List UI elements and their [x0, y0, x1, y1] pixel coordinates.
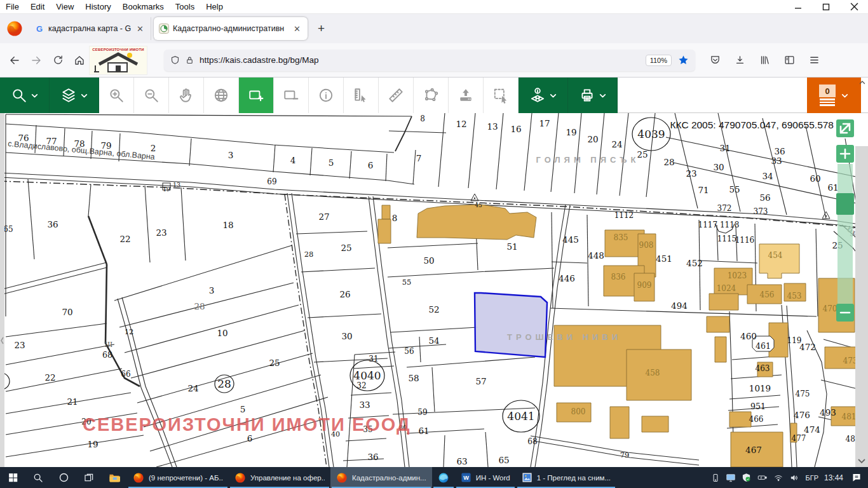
- pocket-icon[interactable]: [704, 50, 726, 71]
- tool-identify-layers[interactable]: [519, 78, 568, 113]
- chevron-down-icon: [599, 92, 607, 100]
- task-view-icon[interactable]: [76, 467, 102, 488]
- parcel-label: 373: [754, 207, 768, 216]
- taskbar-app-1[interactable]: Управление на офер...: [229, 467, 330, 488]
- tool-measure-distance[interactable]: [379, 78, 414, 113]
- reload-button[interactable]: [47, 50, 69, 71]
- download-icon[interactable]: [729, 50, 750, 71]
- page-zoom-indicator[interactable]: 110%: [646, 55, 672, 66]
- taskbar-app-5[interactable]: 1 - Преглед на сним...: [516, 467, 616, 488]
- tool-measure-area[interactable]: [414, 78, 449, 113]
- sidebar-icon[interactable]: [778, 50, 800, 71]
- action-center-icon[interactable]: [851, 473, 862, 482]
- taskbar-app-label: ИН - Word: [476, 474, 510, 482]
- building-label: 1023: [728, 271, 747, 280]
- parcel-label: 3: [209, 285, 215, 295]
- menu-bar: FileEditViewHistoryBookmarksToolsHelp: [0, 0, 868, 14]
- building-label: 481: [842, 412, 857, 421]
- menu-bookmarks[interactable]: Bookmarks: [117, 2, 170, 11]
- tool-select-rect[interactable]: [484, 78, 519, 113]
- bookmark-star-icon[interactable]: [678, 55, 689, 65]
- minimize-button[interactable]: [784, 0, 812, 13]
- phone-link-icon[interactable]: [711, 473, 720, 482]
- language-indicator[interactable]: БГР: [805, 474, 818, 482]
- cortana-icon[interactable]: [51, 467, 76, 488]
- parcel-label: 22: [119, 234, 130, 244]
- close-button[interactable]: [840, 0, 868, 13]
- menu-icon[interactable]: [803, 50, 825, 71]
- library-icon[interactable]: [754, 50, 775, 71]
- parcel-label: 55: [729, 184, 740, 194]
- parcel-label: 69: [267, 177, 276, 186]
- tool-upload[interactable]: [449, 78, 484, 113]
- tool-select-add[interactable]: [239, 78, 274, 113]
- parcel-label: 51: [506, 241, 517, 252]
- tool-measure-plan[interactable]: [344, 78, 379, 113]
- tool-search[interactable]: [0, 78, 50, 113]
- selected-parcel-53[interactable]: [475, 293, 547, 357]
- parcel-label: 25: [341, 243, 351, 253]
- tool-layers[interactable]: [50, 78, 99, 113]
- back-button[interactable]: [4, 50, 25, 71]
- tool-print[interactable]: [568, 78, 618, 113]
- firefox-icon[interactable]: [0, 20, 29, 37]
- building-label: 470: [823, 304, 837, 313]
- menu-edit[interactable]: Edit: [25, 2, 50, 11]
- tool-zoom-out[interactable]: [134, 78, 169, 113]
- building: [729, 412, 751, 427]
- taskbar-app-2[interactable]: Кадастрално-админ...: [330, 467, 432, 488]
- win-start-icon[interactable]: [0, 467, 25, 488]
- forward-button[interactable]: [25, 50, 47, 71]
- menu-file[interactable]: File: [0, 2, 25, 11]
- menu-view[interactable]: View: [50, 2, 79, 11]
- zoom-slider-track[interactable]: [837, 164, 853, 304]
- taskbar-app-4[interactable]: WИН - Word: [455, 467, 516, 488]
- new-tab-button[interactable]: +: [310, 22, 332, 36]
- parcel-label: 68: [527, 437, 537, 446]
- tool-info[interactable]: [309, 78, 344, 113]
- tool-pan[interactable]: [169, 78, 204, 113]
- clock[interactable]: 13:44: [824, 473, 843, 482]
- lock-icon[interactable]: [185, 55, 194, 65]
- tab-close-icon[interactable]: ✕: [135, 24, 146, 34]
- tab-0[interactable]: Gкадастрална карта - Google Тъ✕: [29, 17, 151, 40]
- menu-history[interactable]: History: [79, 2, 116, 11]
- battery-icon[interactable]: [757, 473, 768, 482]
- tool-globe[interactable]: [204, 78, 239, 113]
- monitor-icon[interactable]: [726, 473, 736, 483]
- map-canvas[interactable]: 4039404040412877677787923456781213161719…: [0, 113, 868, 467]
- selection-count: 0: [819, 85, 836, 106]
- home-button[interactable]: [69, 50, 90, 71]
- parcel-label: 477: [792, 434, 806, 443]
- url-bar[interactable]: https://kais.cadastre.bg/bg/Map 110%: [164, 50, 695, 71]
- zoom-slider-handle[interactable]: [836, 193, 854, 215]
- taskbar-app-3[interactable]: [432, 467, 455, 488]
- chevron-down-icon: [31, 92, 39, 100]
- tool-zoom-in[interactable]: [99, 78, 134, 113]
- defender-shield-icon[interactable]: [742, 473, 751, 482]
- parcel-label: 31: [369, 355, 378, 363]
- menu-tools[interactable]: Tools: [170, 2, 200, 11]
- agency-watermark: СЕВЕРОИЗТОЧНИ ИМОТИ ЕООД: [83, 414, 411, 435]
- taskbar-app-0[interactable]: (9 непрочетени) - АБ...: [127, 467, 229, 488]
- win-search-icon[interactable]: [25, 467, 51, 488]
- maximize-button[interactable]: [812, 0, 840, 13]
- selection-list-button[interactable]: 0: [807, 78, 861, 113]
- left-panel-strip[interactable]: [0, 113, 4, 467]
- wifi-icon[interactable]: [773, 473, 783, 482]
- url-text[interactable]: https://kais.cadastre.bg/bg/Map: [200, 55, 646, 65]
- explorer-icon[interactable]: [102, 467, 127, 488]
- volume-icon[interactable]: [789, 473, 799, 482]
- parcel-label: 34: [762, 171, 773, 181]
- parcel-label: 60: [810, 173, 820, 184]
- collapse-toolbar-icon[interactable]: [858, 78, 867, 89]
- building: [642, 416, 668, 432]
- tool-select-remove[interactable]: [274, 78, 309, 113]
- tab-1[interactable]: Кадастрално-административн✕: [154, 17, 308, 40]
- shield-icon[interactable]: [170, 55, 180, 65]
- right-panel-strip[interactable]: [855, 146, 868, 467]
- menu-help[interactable]: Help: [200, 2, 229, 11]
- map-area: 4039404040412877677787923456781213161719…: [0, 113, 868, 467]
- parcel-label: 71: [698, 185, 709, 195]
- tab-close-icon[interactable]: ✕: [292, 24, 302, 34]
